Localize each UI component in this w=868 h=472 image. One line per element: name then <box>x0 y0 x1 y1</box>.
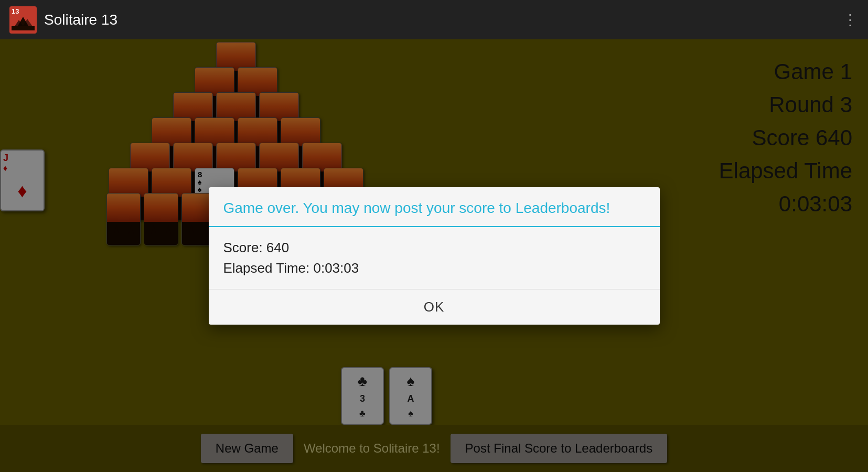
menu-icon[interactable]: ⋮ <box>843 11 859 28</box>
modal-header: Game over. You may now post your score t… <box>209 187 660 227</box>
modal-body: Score: 640 Elapsed Time: 0:03:03 <box>209 227 660 289</box>
top-bar: 13 Solitaire 13 ⋮ <box>0 0 868 39</box>
app-icon: 13 <box>9 6 37 34</box>
mountain-icon <box>12 14 35 30</box>
modal-score: Score: 640 <box>223 240 645 256</box>
topbar-left: 13 Solitaire 13 <box>9 6 117 34</box>
modal-footer: OK <box>209 289 660 325</box>
app-icon-number: 13 <box>12 7 19 15</box>
modal-overlay: Game over. You may now post your score t… <box>0 39 868 472</box>
modal-title: Game over. You may now post your score t… <box>223 200 645 217</box>
ok-button[interactable]: OK <box>424 299 445 315</box>
app-title: Solitaire 13 <box>44 12 117 28</box>
svg-rect-3 <box>12 26 35 30</box>
game-over-modal: Game over. You may now post your score t… <box>209 187 660 325</box>
modal-elapsed: Elapsed Time: 0:03:03 <box>223 260 645 276</box>
game-area: 8 ♠ ♠ ♠ <box>0 39 868 472</box>
